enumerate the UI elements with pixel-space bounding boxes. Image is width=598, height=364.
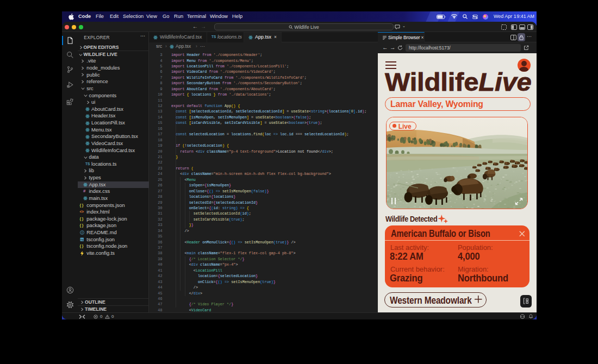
svg-text:TS: TS (80, 239, 84, 241)
